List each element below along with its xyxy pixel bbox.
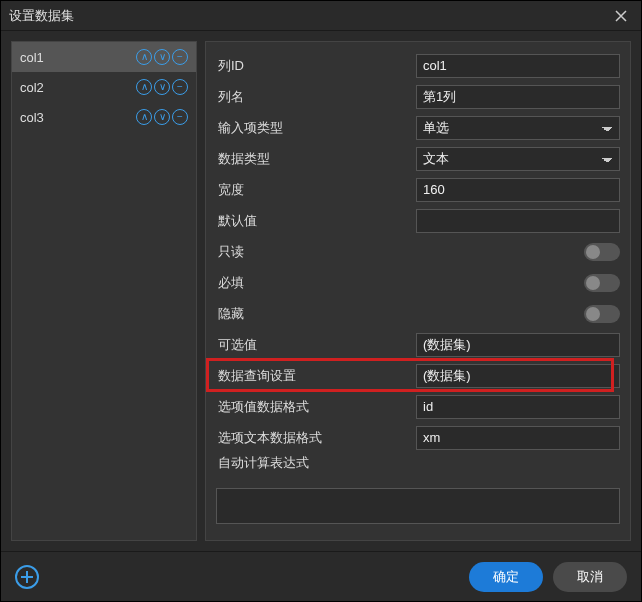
move-up-icon[interactable]: ∧: [136, 49, 152, 65]
input-col-id[interactable]: [416, 54, 620, 78]
column-item-col2[interactable]: col2 ∧ ∨ −: [12, 72, 196, 102]
row-data-type: 数据类型 文本: [216, 143, 620, 174]
move-down-icon[interactable]: ∨: [154, 109, 170, 125]
row-options: 可选值 (数据集): [216, 329, 620, 360]
toggle-readonly[interactable]: [584, 243, 620, 261]
row-auto-calc-expr: 自动计算表达式: [216, 453, 620, 484]
add-column-button[interactable]: [15, 565, 39, 589]
label-data-type: 数据类型: [216, 150, 416, 168]
label-option-text-fmt: 选项文本数据格式: [216, 429, 416, 447]
input-width[interactable]: [416, 178, 620, 202]
row-col-id: 列ID: [216, 50, 620, 81]
toggle-required[interactable]: [584, 274, 620, 292]
move-down-icon[interactable]: ∨: [154, 79, 170, 95]
row-option-value-fmt: 选项值数据格式: [216, 391, 620, 422]
close-button[interactable]: [609, 4, 633, 28]
label-input-type: 输入项类型: [216, 119, 416, 137]
row-input-type: 输入项类型 单选: [216, 112, 620, 143]
label-col-id: 列ID: [216, 57, 416, 75]
move-down-icon[interactable]: ∨: [154, 49, 170, 65]
row-width: 宽度: [216, 174, 620, 205]
input-option-text-fmt[interactable]: [416, 426, 620, 450]
input-col-name[interactable]: [416, 85, 620, 109]
label-auto-calc-expr: 自动计算表达式: [216, 454, 416, 472]
remove-icon[interactable]: −: [172, 79, 188, 95]
input-query-settings[interactable]: (数据集): [416, 364, 620, 388]
column-actions: ∧ ∨ −: [136, 49, 188, 65]
dialog-footer: 确定 取消: [1, 551, 641, 601]
cancel-button[interactable]: 取消: [553, 562, 627, 592]
column-actions: ∧ ∨ −: [136, 109, 188, 125]
row-hidden: 隐藏: [216, 298, 620, 329]
row-col-name: 列名: [216, 81, 620, 112]
input-auto-calc-expr[interactable]: [216, 488, 620, 524]
input-option-value-fmt[interactable]: [416, 395, 620, 419]
column-name: col2: [20, 80, 136, 95]
label-col-name: 列名: [216, 88, 416, 106]
column-name: col3: [20, 110, 136, 125]
close-icon: [615, 10, 627, 22]
column-item-col3[interactable]: col3 ∧ ∨ −: [12, 102, 196, 132]
dialog: 设置数据集 col1 ∧ ∨ − col2 ∧ ∨ −: [0, 0, 642, 602]
dialog-title: 设置数据集: [9, 7, 609, 25]
label-width: 宽度: [216, 181, 416, 199]
select-input-type[interactable]: 单选: [416, 116, 620, 140]
label-hidden: 隐藏: [216, 305, 416, 323]
input-default-value[interactable]: [416, 209, 620, 233]
label-option-value-fmt: 选项值数据格式: [216, 398, 416, 416]
row-required: 必填: [216, 267, 620, 298]
column-list: col1 ∧ ∨ − col2 ∧ ∨ − col3 ∧ ∨: [11, 41, 197, 541]
column-name: col1: [20, 50, 136, 65]
row-readonly: 只读: [216, 236, 620, 267]
label-required: 必填: [216, 274, 416, 292]
plus-icon: [20, 570, 34, 584]
row-option-text-fmt: 选项文本数据格式: [216, 422, 620, 453]
row-query-settings: 数据查询设置 (数据集): [216, 360, 620, 391]
label-default-value: 默认值: [216, 212, 416, 230]
column-actions: ∧ ∨ −: [136, 79, 188, 95]
label-query-settings: 数据查询设置: [216, 367, 416, 385]
remove-icon[interactable]: −: [172, 109, 188, 125]
label-readonly: 只读: [216, 243, 416, 261]
select-data-type[interactable]: 文本: [416, 147, 620, 171]
remove-icon[interactable]: −: [172, 49, 188, 65]
label-options: 可选值: [216, 336, 416, 354]
form-panel: 列ID 列名 输入项类型 单选 数据类型 文本 宽度 默认值: [205, 41, 631, 541]
move-up-icon[interactable]: ∧: [136, 109, 152, 125]
input-options[interactable]: (数据集): [416, 333, 620, 357]
row-default-value: 默认值: [216, 205, 620, 236]
column-item-col1[interactable]: col1 ∧ ∨ −: [12, 42, 196, 72]
titlebar: 设置数据集: [1, 1, 641, 31]
move-up-icon[interactable]: ∧: [136, 79, 152, 95]
ok-button[interactable]: 确定: [469, 562, 543, 592]
toggle-hidden[interactable]: [584, 305, 620, 323]
dialog-body: col1 ∧ ∨ − col2 ∧ ∨ − col3 ∧ ∨: [1, 31, 641, 551]
